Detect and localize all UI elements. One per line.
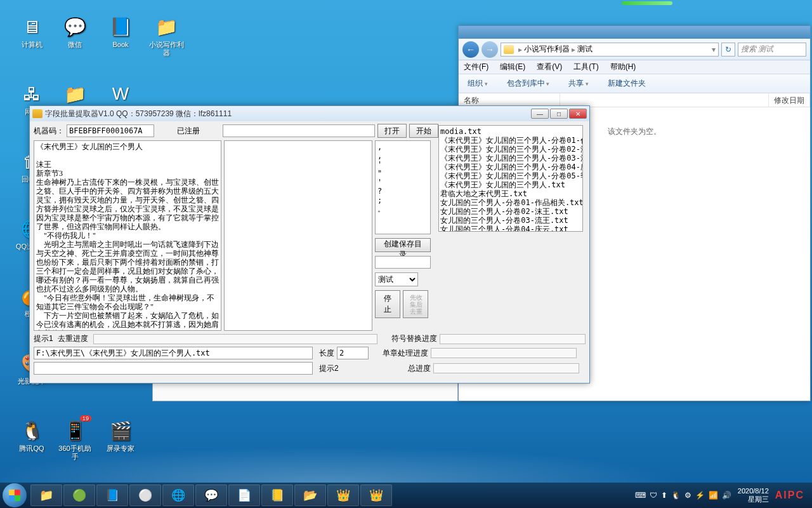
desktop-icon[interactable]: 📁小说写作利器 (147, 14, 185, 57)
task-item[interactable]: 🟢 (63, 485, 95, 506)
bottom-input[interactable] (34, 362, 313, 375)
desktop-icon[interactable]: 📁 (56, 81, 94, 108)
app-icon: 📁 (62, 81, 88, 107)
dropdown-icon[interactable]: ▾ (712, 45, 716, 54)
chapter-progress-bar (431, 348, 577, 358)
task-item[interactable]: 🌐 (162, 485, 194, 506)
maximize-button[interactable]: □ (550, 109, 568, 119)
app-icon (32, 109, 43, 118)
menu-item[interactable]: 工具(T) (573, 62, 598, 72)
app-icon: 📘 (108, 14, 133, 39)
tray-icon[interactable]: ⚙ (684, 491, 691, 500)
explorer-toolbar: 组织包含到库中共享新建文件夹 (459, 74, 810, 93)
breadcrumb-seg[interactable]: 小说写作利器 (524, 44, 570, 55)
start-button[interactable]: 开始 (409, 124, 438, 138)
col-date[interactable]: 修改日期 (769, 93, 810, 107)
symbols-box[interactable]: , , ' " ' ? ; 。 (375, 140, 431, 234)
taskbar: 📁 🟢 📘 ⚪ 🌐 💬 📄 📒 📂 👑 👑 ⌨ 🛡 ⬆ 🐧 ⚙ ⚡ 📶 🔊 20… (0, 483, 812, 508)
start-button[interactable] (3, 483, 27, 507)
clock[interactable]: 2020/8/12 星期三 (738, 487, 769, 504)
reg-status: 已注册 (157, 126, 220, 137)
stop-button[interactable]: 停止 (375, 290, 400, 318)
machine-code-label: 机器码： (34, 126, 64, 137)
progress-indicator (622, 1, 672, 5)
toolbar-item[interactable]: 组织 (468, 78, 488, 89)
nav-forward-button[interactable]: → (481, 41, 498, 58)
breadcrumb-seg[interactable]: 测试 (577, 44, 593, 55)
app-icon: 💬 (62, 14, 88, 39)
menu-item[interactable]: 编辑(E) (500, 62, 525, 72)
icon-label: 屏录专家 (102, 444, 140, 453)
address-bar[interactable]: ▸ 小说写作利器 ▸ 测试 ▾ (501, 43, 719, 57)
tray-icon[interactable]: ⚡ (695, 491, 705, 500)
app-icon: 🖧 (19, 81, 44, 107)
close-button[interactable]: ✕ (569, 109, 587, 119)
dedup-progress-label: 去重进度 (58, 333, 91, 344)
app-titlebar[interactable]: 字段批量提取器V1.0 QQ：573957239 微信：lfz861111 — … (30, 106, 589, 121)
open-button[interactable]: 打开 (377, 124, 407, 138)
desktop-icon[interactable]: 📱360手机助手19 (56, 418, 94, 461)
explorer-menubar: 文件(F)编辑(E)查看(V)工具(T)帮助(H) (459, 60, 810, 74)
main-text-left[interactable]: 《末代男王》女儿国的三个男人 沫王 新章节3 生命神树乃上古流传下来的一株灵根，… (34, 140, 221, 331)
menu-item[interactable]: 查看(V) (537, 62, 562, 72)
symbol-progress-label: 符号替换进度 (386, 333, 437, 344)
watermark: AIPC (775, 490, 804, 501)
menu-item[interactable]: 文件(F) (464, 62, 488, 72)
explorer-navbar: ← → ▸ 小说写作利器 ▸ 测试 ▾ ↻ 搜索 测试 (459, 39, 810, 60)
tray-icon[interactable]: 🔊 (722, 491, 731, 500)
task-item[interactable]: 📒 (261, 485, 293, 506)
task-item[interactable]: 📁 (30, 485, 62, 506)
desktop-icon[interactable]: 💬微信 (56, 14, 94, 49)
top-input[interactable] (223, 124, 375, 137)
dir-input[interactable] (375, 256, 431, 269)
task-item[interactable]: ⚪ (129, 485, 161, 506)
task-item[interactable]: 📂 (294, 485, 326, 506)
desktop-icon[interactable]: 🎬屏录专家 (102, 418, 140, 453)
chapter-progress-label: 单章处理进度 (377, 348, 428, 359)
minimize-button[interactable]: — (531, 109, 549, 119)
tray-icon[interactable]: 🛡 (650, 491, 657, 500)
tip1-label: 提示1 (34, 333, 55, 344)
toolbar-item[interactable]: 共享 (568, 78, 589, 89)
dedup-button[interactable]: 先收 集后 去重 (403, 290, 428, 318)
machine-code-input[interactable] (67, 124, 154, 137)
tray-icon[interactable]: 🐧 (671, 491, 681, 500)
nav-back-button[interactable]: ← (462, 41, 479, 58)
breadcrumb-sep: ▸ (516, 45, 524, 54)
desktop-icon[interactable]: 📘Book (102, 14, 140, 49)
length-input[interactable] (337, 347, 369, 359)
icon-label: 微信 (56, 41, 94, 49)
desktop-icon[interactable]: W (102, 81, 140, 108)
toolbar-item[interactable]: 新建文件夹 (608, 78, 646, 89)
main-text-mid[interactable] (224, 140, 372, 331)
icon-label: 计算机 (13, 41, 51, 49)
refresh-button[interactable]: ↻ (721, 43, 735, 57)
tip2-label: 提示2 (319, 363, 355, 374)
task-item[interactable]: 📘 (96, 485, 128, 506)
app-icon: 🖥 (19, 14, 44, 39)
search-input[interactable]: 搜索 测试 (738, 43, 806, 57)
test-select[interactable]: 测试 (375, 272, 418, 286)
length-label: 长度 (319, 348, 334, 359)
task-item[interactable]: 👑 (360, 485, 392, 506)
menu-item[interactable]: 帮助(H) (610, 62, 636, 72)
tray-icon[interactable]: ⬆ (661, 491, 667, 500)
toolbar-item[interactable]: 包含到库中 (507, 78, 550, 89)
filepath-input[interactable] (34, 347, 313, 359)
task-item[interactable]: 👑 (327, 485, 359, 506)
tray-icon[interactable]: ⌨ (635, 491, 646, 500)
desktop-icon[interactable]: 🖥计算机 (13, 14, 51, 49)
col-name[interactable]: 名称 (459, 93, 560, 107)
task-item[interactable]: 💬 (195, 485, 227, 506)
app-icon: 📁 (154, 14, 179, 39)
system-tray: ⌨ 🛡 ⬆ 🐧 ⚙ ⚡ 📶 🔊 2020/8/12 星期三 AIPC (635, 487, 809, 504)
create-dir-button[interactable]: 创建保存目录 (375, 238, 431, 252)
task-item[interactable]: 📄 (228, 485, 260, 506)
desktop-icon[interactable]: 🐧腾讯QQ (13, 418, 51, 453)
explorer-titlebar[interactable] (459, 26, 810, 39)
total-progress-label: 总进度 (380, 363, 431, 374)
tray-icon[interactable]: 📶 (709, 491, 718, 500)
dedup-progress-bar (93, 334, 377, 344)
file-list[interactable]: modia.txt 《末代男王》女儿国的三个男人-分卷01-作 《末代男王》女儿… (438, 125, 583, 232)
icon-label: 腾讯QQ (13, 444, 51, 453)
